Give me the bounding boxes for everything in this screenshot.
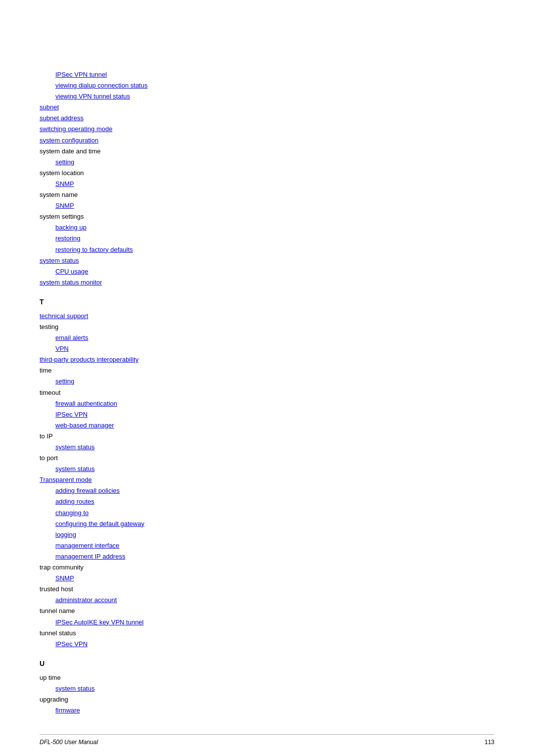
list-item: technical support: [40, 311, 405, 322]
list-item: system status: [40, 442, 405, 453]
subnet-link[interactable]: subnet: [40, 103, 59, 111]
list-item: IPSec AutoIKE key VPN tunnel: [40, 617, 405, 628]
list-item: IPSec VPN: [40, 409, 405, 420]
list-item: system status: [40, 255, 405, 266]
list-item: system date and time: [40, 146, 405, 157]
restoring-factory-defaults-link[interactable]: restoring to factory defaults: [55, 246, 133, 253]
subnet-address-link[interactable]: subnet address: [40, 114, 84, 122]
list-item: restoring: [40, 233, 405, 244]
system-date-setting-link[interactable]: setting: [55, 158, 74, 166]
list-item: Transparent mode: [40, 474, 405, 485]
trap-community-snmp-link[interactable]: SNMP: [55, 574, 74, 582]
list-item: firmware: [40, 705, 405, 716]
viewing-dialup-link[interactable]: viewing dialup connection status: [55, 82, 147, 89]
list-item: VPN: [40, 343, 405, 354]
list-item: trusted host: [40, 584, 405, 595]
list-item: tunnel name: [40, 606, 405, 616]
tunnel-status-ipsec-link[interactable]: IPSec VPN: [55, 640, 88, 648]
to-ip-system-status-link[interactable]: system status: [55, 443, 94, 451]
list-item: system settings: [40, 211, 405, 222]
system-status-link[interactable]: system status: [40, 257, 79, 264]
list-item: IPSec VPN tunnel: [40, 69, 405, 80]
administrator-account-link[interactable]: administrator account: [55, 596, 117, 604]
list-item: testing: [40, 322, 405, 332]
adding-firewall-policies-link[interactable]: adding firewall policies: [55, 487, 120, 494]
configuring-default-gateway-link[interactable]: configuring the default gateway: [55, 520, 144, 527]
list-item: firewall authentication: [40, 398, 405, 409]
system-name-snmp-link[interactable]: SNMP: [55, 202, 74, 209]
system-status-monitor-link[interactable]: system status monitor: [40, 279, 102, 286]
footer-title: DFL-500 User Manual: [40, 739, 98, 746]
s-section: IPSec VPN tunnel viewing dialup connecti…: [40, 69, 405, 288]
t-section: T technical support testing email alerts…: [40, 298, 405, 650]
list-item: up time: [40, 672, 405, 683]
list-item: email alerts: [40, 332, 405, 343]
up-time-system-status-link[interactable]: system status: [55, 685, 94, 692]
list-item: administrator account: [40, 595, 405, 606]
list-item: tunnel status: [40, 628, 405, 639]
third-party-products-link[interactable]: third-party products interoperability: [40, 356, 138, 363]
web-based-manager-link[interactable]: web-based manager: [55, 422, 114, 429]
list-item: trap community: [40, 562, 405, 573]
cpu-usage-link[interactable]: CPU usage: [55, 268, 88, 275]
list-item: logging: [40, 529, 405, 540]
list-item: web-based manager: [40, 420, 405, 431]
time-setting-link[interactable]: setting: [55, 378, 74, 385]
list-item: subnet: [40, 102, 405, 113]
t-section-header: T: [40, 298, 405, 306]
list-item: time: [40, 365, 405, 376]
management-ip-address-link[interactable]: management IP address: [55, 553, 125, 560]
list-item: management interface: [40, 540, 405, 551]
list-item: management IP address: [40, 551, 405, 562]
list-item: system location: [40, 168, 405, 179]
management-interface-link[interactable]: management interface: [55, 542, 119, 549]
footer: DFL-500 User Manual 113: [40, 734, 494, 746]
email-alerts-link[interactable]: email alerts: [55, 334, 88, 341]
list-item: SNMP: [40, 573, 405, 584]
list-item: viewing VPN tunnel status: [40, 91, 405, 102]
list-item: system configuration: [40, 135, 405, 146]
technical-support-link[interactable]: technical support: [40, 312, 88, 320]
to-port-system-status-link[interactable]: system status: [55, 465, 94, 472]
list-item: timeout: [40, 387, 405, 398]
list-item: backing up: [40, 222, 405, 233]
list-item: SNMP: [40, 179, 405, 189]
viewing-vpn-tunnel-link[interactable]: viewing VPN tunnel status: [55, 93, 130, 100]
list-item: to port: [40, 453, 405, 464]
u-section-header: U: [40, 660, 405, 667]
restoring-link[interactable]: restoring: [55, 235, 81, 242]
list-item: changing to: [40, 508, 405, 519]
backing-up-link[interactable]: backing up: [55, 224, 87, 231]
ipsec-vpn-timeout-link[interactable]: IPSec VPN: [55, 411, 88, 418]
firewall-auth-link[interactable]: firewall authentication: [55, 400, 117, 407]
list-item: upgrading: [40, 694, 405, 705]
firmware-link[interactable]: firmware: [55, 707, 80, 714]
transparent-mode-link[interactable]: Transparent mode: [40, 476, 92, 483]
list-item: system status: [40, 683, 405, 694]
logging-link[interactable]: logging: [55, 531, 76, 538]
system-location-snmp-link[interactable]: SNMP: [55, 180, 74, 188]
list-item: configuring the default gateway: [40, 519, 405, 529]
list-item: adding firewall policies: [40, 485, 405, 496]
list-item: restoring to factory defaults: [40, 244, 405, 255]
footer-page: 113: [485, 739, 494, 746]
u-section: U up time system status upgrading firmwa…: [40, 660, 405, 716]
list-item: third-party products interoperability: [40, 354, 405, 365]
list-item: system name: [40, 189, 405, 200]
list-item: system status monitor: [40, 277, 405, 288]
list-item: to IP: [40, 431, 405, 442]
list-item: system status: [40, 464, 405, 474]
testing-vpn-link[interactable]: VPN: [55, 345, 69, 352]
switching-operating-mode-link[interactable]: switching operating mode: [40, 125, 112, 133]
list-item: viewing dialup connection status: [40, 80, 405, 91]
list-item: CPU usage: [40, 266, 405, 277]
list-item: SNMP: [40, 200, 405, 211]
list-item: setting: [40, 376, 405, 387]
list-item: switching operating mode: [40, 124, 405, 135]
changing-to-link[interactable]: changing to: [55, 509, 89, 517]
ipsec-autoike-link[interactable]: IPSec AutoIKE key VPN tunnel: [55, 618, 144, 626]
page-content: IPSec VPN tunnel viewing dialup connecti…: [0, 0, 445, 756]
system-configuration-link[interactable]: system configuration: [40, 137, 98, 144]
ipsec-vpn-tunnel-link[interactable]: IPSec VPN tunnel: [55, 71, 107, 78]
adding-routes-link[interactable]: adding routes: [55, 498, 94, 505]
